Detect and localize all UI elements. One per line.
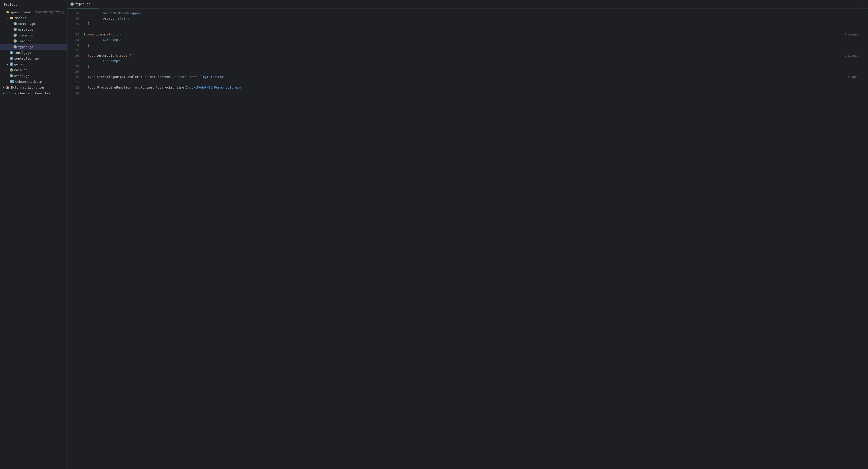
sidebar-item-utils-go[interactable]: 🐹utils.go — [0, 73, 67, 79]
code-line: type StreamingOutputHandler func(ctx con… — [84, 74, 863, 80]
gopher-icon: 🐹 — [13, 22, 17, 25]
sidebar-item-llama-go[interactable]: 🐹llama.go — [0, 32, 67, 38]
code-line: } — [84, 21, 863, 27]
sidebar-item-websocket-http[interactable]: APIwebsocket.http — [0, 79, 67, 84]
line-number: 20 — [67, 21, 79, 27]
code-content[interactable]: bedrock ModelWrapper prompt string}ℹtype… — [82, 9, 863, 469]
tree-item-label: error.go — [18, 28, 33, 31]
token: Context — [173, 74, 186, 80]
token: Llama — [95, 32, 107, 37]
gopher-icon: 🐹 — [13, 45, 17, 49]
gopher-icon: 🐹 — [13, 33, 17, 37]
tab-bar: 🐹 types.go ✕ ⋮ — [67, 0, 868, 9]
token: (ctx — [148, 74, 157, 80]
token: Anthropic — [97, 53, 116, 58]
token: InvokeModelWithResponseStream — [186, 85, 241, 90]
code-line — [84, 48, 863, 53]
tree-item-label: utils.go — [14, 74, 29, 78]
token — [88, 58, 103, 64]
code-line: prompt string — [84, 16, 863, 21]
project-chevron-icon[interactable]: ⌄ — [19, 3, 20, 6]
token: ProcessingFunction — [97, 85, 133, 90]
sidebar-header[interactable]: Project ⌄ — [0, 0, 67, 9]
tree-item-label: common.go — [18, 22, 35, 26]
sidebar-item-models[interactable]: models — [0, 15, 67, 21]
tree-item-label: types.go — [18, 45, 33, 49]
file-status-checkmark: ✓ — [865, 10, 867, 14]
token: type — [88, 53, 97, 58]
token: , part — [186, 74, 199, 80]
line-number: 18 — [67, 10, 79, 16]
gopher-icon: 🐹 — [10, 68, 13, 72]
sidebar-item-config-go[interactable]: 🐹config.go — [0, 50, 67, 56]
folder-icon — [10, 16, 14, 20]
api-icon: API — [10, 80, 14, 83]
code-line: LLMPrompt — [84, 37, 863, 42]
token: *bedrockruntime — [156, 85, 184, 90]
line-number: 32 — [67, 85, 79, 90]
line-number: 23 — [67, 37, 79, 42]
tree-item-label: config.go — [14, 51, 31, 55]
tab-types-go[interactable]: 🐹 types.go ✕ — [67, 0, 99, 9]
tree-arrow — [2, 92, 6, 94]
tab-menu-button[interactable]: ⋮ — [858, 2, 868, 6]
sidebar-item-external_libraries[interactable]: 📚External Libraries — [0, 84, 67, 90]
line-numbers: 18192021222324252627282930313233 — [67, 9, 82, 469]
gomod-icon: G — [10, 62, 13, 66]
line-number: 22 — [67, 32, 79, 37]
line-number: 25 — [67, 48, 79, 53]
sidebar-item-controller-go[interactable]: 🐹controller.go — [0, 56, 67, 61]
sidebar-item-load-go[interactable]: 🐹load.go — [0, 38, 67, 44]
usage-annotation: 2 usages — [844, 74, 858, 80]
code-line — [84, 80, 863, 85]
sidebar-item-error-go[interactable]: 🐹error.go — [0, 27, 67, 32]
token: struct — [107, 32, 118, 37]
sidebar-item-scratches[interactable]: ≡Scratches and Consoles — [0, 90, 67, 96]
main-layout: Project ⌄ goapp_genai ~/GolandProjects/g… — [0, 0, 868, 469]
token: } — [88, 64, 90, 69]
code-line: LLMPrompt — [84, 58, 863, 64]
token: byte — [203, 74, 210, 80]
line-icon: ℹ — [84, 32, 85, 37]
sidebar: Project ⌄ goapp_genai ~/GolandProjects/g… — [0, 0, 67, 469]
tree-item-label: controller.go — [14, 57, 39, 60]
gopher-icon: 🐹 — [10, 74, 13, 78]
tab-filename: types.go — [75, 2, 90, 6]
usage-annotation: 5 usages — [844, 32, 858, 37]
sidebar-item-goapp_genai[interactable]: goapp_genai ~/GolandProjects/g — [0, 9, 67, 15]
token: { — [118, 32, 122, 37]
sidebar-item-main-go[interactable]: 🐹main.go — [0, 67, 67, 73]
tree-item-label: models — [15, 16, 26, 20]
tree-item-label: websocket.http — [16, 80, 42, 84]
token: bedrock — [88, 10, 118, 16]
code-line: bedrock ModelWrapper — [84, 10, 863, 16]
sidebar-title: Project — [4, 3, 17, 6]
gopher-icon: 🐹 — [13, 28, 17, 31]
tab-close-button[interactable]: ✕ — [92, 2, 96, 6]
tree-arrow — [6, 63, 10, 66]
token: LLMPrompt — [103, 37, 120, 42]
token — [88, 37, 103, 42]
tree-item-subtitle: ~/GolandProjects/g — [33, 10, 64, 14]
code-line: } — [84, 64, 863, 69]
token: string — [118, 16, 129, 21]
sidebar-item-go-mod[interactable]: Ggo.mod — [0, 61, 67, 67]
line-number: 33 — [67, 90, 79, 95]
folder-icon — [6, 10, 10, 14]
token: { — [127, 53, 131, 58]
tree-item-label: Scratches and Consoles — [9, 91, 50, 95]
token: type — [88, 85, 97, 90]
token: LLMPrompt — [103, 58, 120, 64]
code-line — [84, 27, 863, 32]
scratch-icon: ≡ — [6, 91, 7, 95]
token: . — [171, 74, 173, 80]
editor-right-margin: ✓ — [863, 9, 868, 469]
token: . — [184, 85, 186, 90]
token: type — [88, 74, 97, 80]
sidebar-item-types-go[interactable]: 🐹types.go — [0, 44, 67, 50]
line-number: 31 — [67, 80, 79, 85]
line-number: 21 — [67, 27, 79, 32]
sidebar-item-common-go[interactable]: 🐹common.go — [0, 21, 67, 27]
usage-annotation: no usages — [843, 53, 858, 58]
token: } — [88, 42, 90, 48]
